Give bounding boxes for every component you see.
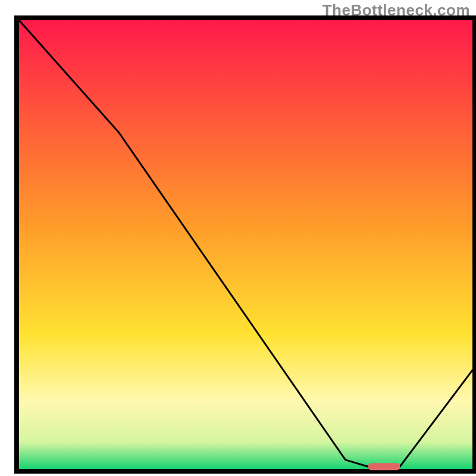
plot-border-bottom: [14, 469, 476, 474]
bottleneck-chart: [0, 0, 476, 476]
chart-frame: TheBottleneck.com: [0, 0, 476, 476]
plot-border-top: [14, 15, 476, 20]
plot-border-right: [472, 15, 476, 474]
plot-background: [19, 20, 472, 469]
plot-border-left: [14, 15, 19, 474]
optimal-range-marker: [368, 463, 400, 470]
